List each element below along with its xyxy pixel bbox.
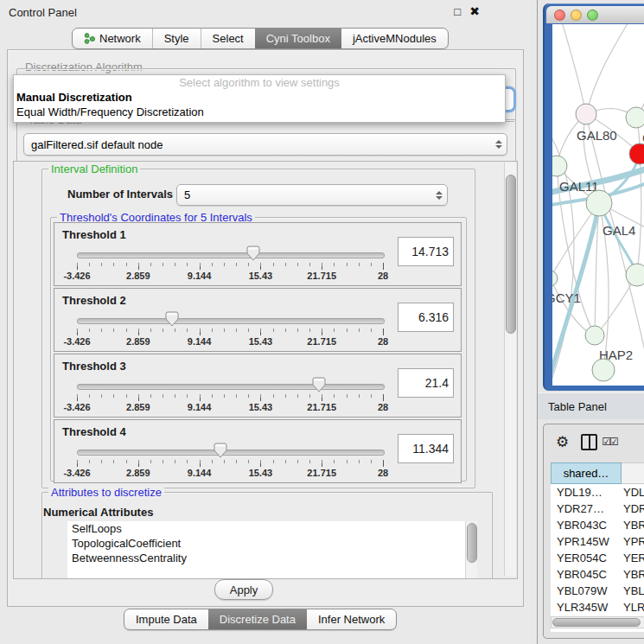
slider-track[interactable] <box>77 318 385 324</box>
slider-thumb[interactable] <box>165 311 179 329</box>
table-horizontal-scrollbar[interactable] <box>551 616 644 628</box>
cell-shared-name[interactable]: YLR345W <box>551 601 620 614</box>
network-graph[interactable]: GAL80GCGAL11GAL4GCY1HHAP2 <box>552 24 644 386</box>
table-panel-window[interactable]: ⚙ ☑☑ shared… na YDL19…YDL1YDR27…YDR2YBR0… <box>543 424 644 639</box>
combo-stepper-icon <box>431 191 447 200</box>
threshold-label: Threshold 3 <box>62 360 126 373</box>
network-node[interactable] <box>586 190 612 216</box>
tab-jactivemnodules[interactable]: jActiveMNodules <box>341 29 448 48</box>
table-row[interactable]: YDL19…YDL1 <box>551 484 644 501</box>
network-canvas[interactable]: GAL80GCGAL11GAL4GCY1HHAP2 <box>552 24 644 386</box>
apply-button-label: Apply <box>230 583 258 596</box>
float-window-icon[interactable]: □ <box>454 5 461 18</box>
network-window-titlebar[interactable] <box>546 6 644 23</box>
cell-name[interactable]: YBR0 <box>620 568 644 581</box>
cell-shared-name[interactable]: YBR045C <box>551 568 620 581</box>
attributes-title: Attributes to discretize <box>48 487 164 499</box>
table-data-combobox[interactable]: galFiltered.sif default node <box>23 133 507 156</box>
network-node[interactable] <box>629 143 644 164</box>
slider-track[interactable] <box>77 384 385 390</box>
network-view-window[interactable]: GAL80GCGAL11GAL4GCY1HHAP2 <box>543 3 644 391</box>
network-edge[interactable] <box>561 24 586 114</box>
slider-thumb[interactable] <box>312 377 326 395</box>
tab-discretize-data-label: Discretize Data <box>220 613 296 626</box>
threshold-value-field[interactable]: 11.344 <box>398 434 454 463</box>
cell-shared-name[interactable]: YBL079W <box>551 584 620 597</box>
close-icon[interactable]: ✖ <box>469 4 480 18</box>
cell-name[interactable]: YDL1 <box>620 486 644 499</box>
cell-name[interactable]: YER0 <box>620 552 644 564</box>
network-node[interactable] <box>585 326 604 345</box>
table-row[interactable]: YER054CYER0 <box>551 550 644 566</box>
numerical-attributes-list[interactable]: SelfLoopsTopologicalCoefficientBetweenne… <box>67 521 477 578</box>
gear-icon[interactable]: ⚙ <box>556 433 569 451</box>
tab-discretize-data[interactable]: Discretize Data <box>208 609 307 629</box>
slider-track[interactable] <box>77 252 385 258</box>
slider-track[interactable] <box>77 450 385 456</box>
threshold-value-field[interactable]: 21.4 <box>398 368 454 398</box>
minimize-traffic-light-icon[interactable] <box>571 10 582 21</box>
scrollbar-thumb[interactable] <box>467 523 477 563</box>
cell-shared-name[interactable]: YDL19… <box>551 486 620 499</box>
algorithm-option-manual[interactable]: Manual Discretization <box>14 90 505 105</box>
threshold-slider[interactable]: -3.4262.8599.14415.4321.71528 <box>77 247 383 282</box>
zoom-traffic-light-icon[interactable] <box>587 10 598 21</box>
slider-ticks <box>77 394 384 401</box>
cell-name[interactable]: YBR0 <box>620 519 644 532</box>
table-row[interactable]: YBR043CYBR0 <box>551 517 644 533</box>
tab-select[interactable]: Select <box>201 29 255 48</box>
tab-infer-network[interactable]: Infer Network <box>307 609 396 629</box>
close-traffic-light-icon[interactable] <box>554 10 565 21</box>
tab-impute-data[interactable]: Impute Data <box>124 609 208 629</box>
threshold-value-field[interactable]: 14.713 <box>398 237 454 266</box>
cell-shared-name[interactable]: YDR27… <box>551 502 620 515</box>
threshold-row-4: Threshold 4-3.4262.8599.14415.4321.71528… <box>54 419 462 483</box>
attributes-list-scrollbar[interactable] <box>465 521 477 578</box>
apply-button[interactable]: Apply <box>214 579 273 600</box>
cell-shared-name[interactable]: YPR145W <box>551 535 620 548</box>
threshold-slider[interactable]: -3.4262.8599.14415.4321.71528 <box>77 444 383 479</box>
number-of-intervals-combobox[interactable]: 5 <box>176 184 448 206</box>
node-table[interactable]: shared… na YDL19…YDL1YDR27…YDR2YBR043CYB… <box>551 462 644 632</box>
network-node[interactable] <box>626 107 644 128</box>
tab-cyni-toolbox[interactable]: Cyni Toolbox <box>255 29 341 48</box>
cell-name[interactable]: YLR3 <box>620 601 644 614</box>
tab-style[interactable]: Style <box>152 29 201 48</box>
table-row[interactable]: YBR045CYBR0 <box>551 566 644 583</box>
network-node[interactable] <box>626 264 644 286</box>
cell-shared-name[interactable]: YER054C <box>551 552 620 564</box>
attribute-list-item[interactable]: BetweennessCentrality <box>67 551 477 565</box>
tick-label: 28 <box>378 468 388 478</box>
algorithm-option-equal-width[interactable]: Equal Width/Frequency Discretization <box>14 105 505 119</box>
table-row[interactable]: YBL079WYBL0 <box>551 583 644 599</box>
scrollbar-thumb[interactable] <box>552 618 641 627</box>
network-node[interactable] <box>576 104 596 124</box>
combo-stepper-icon <box>491 140 507 149</box>
split-view-icon[interactable] <box>581 434 597 450</box>
threshold-slider[interactable]: -3.4262.8599.14415.4321.71528 <box>77 313 383 348</box>
threshold-value-field[interactable]: 6.316 <box>398 303 454 332</box>
network-edge[interactable] <box>586 24 630 114</box>
scrollbar-thumb[interactable] <box>506 175 516 334</box>
column-header-name[interactable]: na <box>622 462 644 484</box>
slider-thumb[interactable] <box>246 245 260 264</box>
cell-name[interactable]: YPR1 <box>620 535 644 548</box>
column-header-shared-name[interactable]: shared… <box>551 462 622 484</box>
cell-name[interactable]: YDR2 <box>620 502 644 515</box>
threshold-slider[interactable]: -3.4262.8599.14415.4321.71528 <box>77 379 383 413</box>
checkbox-columns-icon[interactable]: ☑☑ <box>602 436 617 448</box>
tab-jactivemnodules-label: jActiveMNodules <box>353 32 437 45</box>
settings-vertical-scrollbar[interactable] <box>504 163 516 576</box>
attribute-list-item[interactable]: TopologicalCoefficient <box>67 536 477 551</box>
table-header-row: shared… na <box>551 462 644 484</box>
table-row[interactable]: YLR345WYLR3 <box>551 599 644 615</box>
slider-thumb[interactable] <box>214 443 227 461</box>
network-node[interactable] <box>592 359 615 381</box>
table-row[interactable]: YPR145WYPR1 <box>551 533 644 550</box>
cell-shared-name[interactable]: YBR043C <box>551 519 620 532</box>
network-node[interactable] <box>552 271 558 286</box>
tab-network[interactable]: Network <box>73 29 152 48</box>
cell-name[interactable]: YBL0 <box>620 584 644 597</box>
table-row[interactable]: YDR27…YDR2 <box>551 501 644 517</box>
attribute-list-item[interactable]: SelfLoops <box>67 521 477 536</box>
